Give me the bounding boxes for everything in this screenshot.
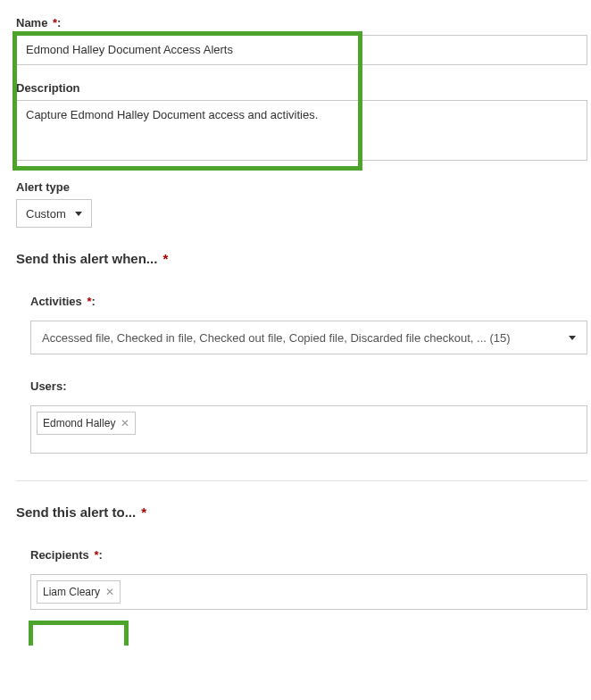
alert-config-form: Name *: Description Alert type Custom Se… — [0, 0, 591, 646]
alert-type-dropdown[interactable]: Custom — [16, 199, 92, 228]
activities-dropdown[interactable]: Accessed file, Checked in file, Checked … — [30, 321, 587, 354]
required-asterisk: * — [163, 251, 169, 266]
close-icon[interactable]: ✕ — [105, 587, 114, 597]
chevron-down-icon — [75, 212, 82, 216]
send-when-section: Activities *: Accessed file, Checked in … — [30, 279, 591, 454]
users-label: Users: — [30, 379, 591, 393]
recipient-chip-label: Liam Cleary — [43, 586, 100, 598]
name-input[interactable] — [16, 35, 587, 65]
user-chip-label: Edmond Halley — [43, 417, 115, 429]
section-divider — [16, 480, 587, 481]
activities-summary: Accessed file, Checked in file, Checked … — [42, 331, 569, 345]
send-to-heading: Send this alert to... * — [16, 504, 591, 520]
name-label-text: Name — [16, 16, 47, 29]
close-icon[interactable]: ✕ — [121, 418, 129, 429]
description-label: Description — [16, 81, 591, 95]
chevron-down-icon — [569, 336, 576, 340]
description-input[interactable] — [16, 100, 587, 161]
alert-type-label: Alert type — [16, 180, 591, 194]
user-chip[interactable]: Edmond Halley ✕ — [37, 412, 136, 435]
alert-type-value: Custom — [26, 207, 66, 221]
recipient-chip[interactable]: Liam Cleary ✕ — [37, 580, 121, 604]
highlight-overlay — [29, 621, 129, 646]
required-asterisk: * — [141, 504, 146, 520]
send-when-heading: Send this alert when... * — [16, 251, 591, 266]
recipients-input[interactable]: Liam Cleary ✕ — [30, 574, 587, 610]
recipients-label: Recipients *: — [30, 548, 591, 562]
send-to-section: Recipients *: Liam Cleary ✕ — [30, 532, 591, 610]
name-label: Name *: — [16, 16, 591, 29]
users-input[interactable]: Edmond Halley ✕ — [30, 405, 587, 454]
activities-label: Activities *: — [30, 295, 591, 308]
